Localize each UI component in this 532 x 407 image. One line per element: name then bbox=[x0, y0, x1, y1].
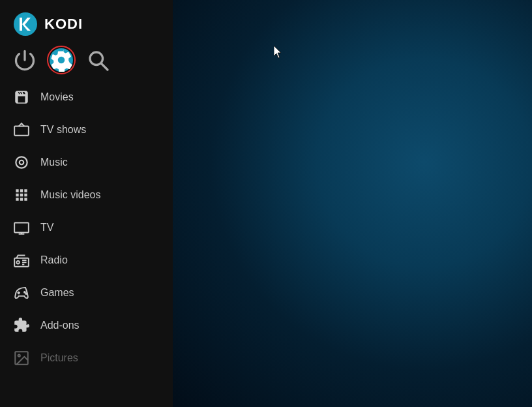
nav-item-music[interactable]: Music bbox=[0, 146, 173, 179]
music-videos-icon bbox=[13, 187, 30, 204]
add-ons-label: Add-ons bbox=[40, 320, 80, 331]
power-button[interactable] bbox=[13, 48, 37, 72]
svg-point-13 bbox=[24, 292, 25, 293]
kodi-logo-icon bbox=[13, 12, 38, 37]
svg-point-16 bbox=[18, 355, 20, 357]
tv-icon bbox=[13, 219, 30, 236]
music-icon bbox=[13, 154, 30, 171]
radio-label: Radio bbox=[40, 254, 68, 266]
main-content bbox=[173, 0, 532, 407]
movies-label: Movies bbox=[40, 91, 74, 103]
svg-point-9 bbox=[16, 261, 19, 264]
radio-icon bbox=[13, 252, 30, 269]
search-button[interactable] bbox=[86, 48, 110, 72]
music-videos-label: Music videos bbox=[40, 189, 100, 201]
tv-shows-icon bbox=[13, 121, 30, 138]
app-title: KODI bbox=[44, 16, 83, 33]
music-label: Music bbox=[40, 157, 68, 168]
pictures-label: Pictures bbox=[40, 352, 78, 364]
settings-button[interactable] bbox=[50, 48, 73, 72]
nav-item-add-ons[interactable]: Add-ons bbox=[0, 309, 173, 342]
svg-line-3 bbox=[101, 63, 108, 70]
nav-item-tv[interactable]: TV bbox=[0, 211, 173, 244]
cursor-icon bbox=[274, 46, 284, 59]
svg-rect-4 bbox=[14, 127, 29, 136]
pictures-icon bbox=[13, 350, 30, 367]
tv-shows-label: TV shows bbox=[40, 124, 86, 136]
svg-point-0 bbox=[14, 12, 37, 36]
nav-item-radio[interactable]: Radio bbox=[0, 244, 173, 277]
games-label: Games bbox=[40, 287, 74, 299]
games-icon bbox=[13, 284, 30, 301]
logo-area: KODI bbox=[0, 0, 173, 44]
nav-item-music-videos[interactable]: Music videos bbox=[0, 179, 173, 211]
nav-item-games[interactable]: Games bbox=[0, 277, 173, 309]
nav-item-tv-shows[interactable]: TV shows bbox=[0, 113, 173, 146]
nav-item-pictures[interactable]: Pictures bbox=[0, 342, 173, 374]
svg-rect-5 bbox=[14, 222, 29, 232]
movies-icon bbox=[13, 89, 30, 106]
svg-point-14 bbox=[25, 293, 27, 294]
nav-item-movies[interactable]: Movies bbox=[0, 81, 173, 113]
sidebar: KODI bbox=[0, 0, 173, 407]
nav-menu: Movies TV shows Music bbox=[0, 81, 173, 407]
toolbar bbox=[0, 44, 173, 81]
add-ons-icon bbox=[13, 317, 30, 334]
tv-label: TV bbox=[40, 222, 53, 234]
